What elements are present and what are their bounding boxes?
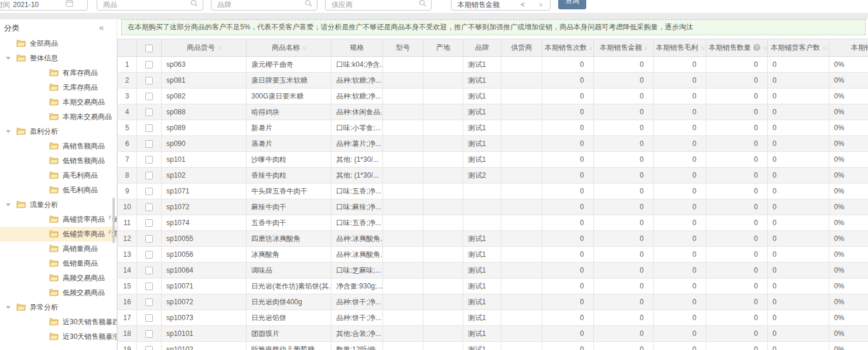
row-checkbox[interactable] xyxy=(145,93,153,100)
row-checkbox[interactable] xyxy=(145,188,153,195)
sort-icons[interactable]: ↑↓ xyxy=(217,45,221,51)
sort-desc-icon[interactable]: ↓ xyxy=(589,45,592,51)
cell-gross_profit: 0 xyxy=(654,73,706,89)
sidebar-item-3[interactable]: 无库存商品 xyxy=(0,80,117,95)
sort-icons[interactable]: ↑↓ xyxy=(763,45,766,51)
time-filter-label: 时间 xyxy=(0,1,10,9)
folder-icon xyxy=(49,142,59,149)
row-index: 3 xyxy=(118,89,137,104)
row-index: 10 xyxy=(118,199,137,215)
sidebar-item-label: 高频交易商品 xyxy=(63,274,105,282)
time-filter[interactable]: 时间2021-10 xyxy=(0,0,88,11)
help-icon[interactable]: ? xyxy=(753,44,760,51)
sidebar-item-label: 有库存商品 xyxy=(63,69,98,77)
cell-brand: 测试1 xyxy=(463,73,501,89)
sidebar-scrollbar-thumb[interactable] xyxy=(112,198,115,243)
column-header-rate[interactable]: 本期铺货率↑↓ xyxy=(829,39,868,57)
column-header-gross_profit[interactable]: 本期销售毛利↑↓ xyxy=(654,39,706,57)
sidebar-item-0[interactable]: 全部商品 xyxy=(0,36,117,51)
row-checkbox[interactable] xyxy=(145,267,153,274)
sidebar-item-7[interactable]: 高销售额商品 xyxy=(0,139,117,154)
row-index: 9 xyxy=(118,184,137,199)
row-checkbox[interactable] xyxy=(145,156,153,164)
row-checkbox[interactable] xyxy=(145,140,153,148)
sidebar-item-11[interactable]: 流量分析 xyxy=(0,198,117,212)
sidebar-item-15[interactable]: 低销量商品 xyxy=(0,256,117,271)
row-checkbox[interactable] xyxy=(145,203,153,211)
column-header-code[interactable]: 商品货号↑↓ xyxy=(162,39,247,57)
sidebar-item-1[interactable]: 整体信息 xyxy=(0,51,117,66)
sidebar-item-18[interactable]: 异常分析 xyxy=(0,300,117,315)
row-index: 4 xyxy=(118,104,137,120)
row-checkbox-cell xyxy=(137,73,162,89)
column-header-customer_count[interactable]: 本期铺货客户数↑↓ xyxy=(768,39,829,57)
row-checkbox[interactable] xyxy=(145,314,153,322)
row-checkbox[interactable] xyxy=(145,219,153,227)
sort-desc-icon[interactable]: ↓ xyxy=(644,45,647,51)
cell-name: 蒸暑片 xyxy=(247,136,332,152)
sidebar-item-10[interactable]: 低毛利商品 xyxy=(0,183,117,198)
expand-arrow-icon[interactable] xyxy=(6,203,11,206)
cell-gross_profit: 0 xyxy=(654,57,706,73)
cell-sales_count: 0 xyxy=(542,168,594,184)
sidebar-item-20[interactable]: 近30天销售额暴涨商品 xyxy=(0,329,117,344)
row-checkbox[interactable] xyxy=(145,61,153,69)
expand-arrow-icon[interactable] xyxy=(6,57,11,60)
brand-search-input[interactable] xyxy=(211,0,293,10)
sidebar-item-9[interactable]: 高毛利商品 xyxy=(0,168,117,183)
select-all-checkbox[interactable] xyxy=(145,45,153,52)
expand-arrow-icon[interactable] xyxy=(6,130,11,133)
filter-bar: 时间2021-10 本期销售金额 < ∨ 查询 xyxy=(0,0,868,13)
query-button[interactable]: 查询 xyxy=(558,0,586,9)
sidebar-item-6[interactable]: 盈利分析 xyxy=(0,124,117,139)
sort-icons[interactable]: ↑↓ xyxy=(700,45,704,51)
cell-rate: 0% xyxy=(829,168,868,184)
sidebar-item-16[interactable]: 高频交易商品 xyxy=(0,271,117,286)
row-checkbox[interactable] xyxy=(145,77,153,84)
sort-icons[interactable]: ↑↓ xyxy=(302,45,306,51)
expand-arrow-icon[interactable] xyxy=(6,306,11,309)
row-index: 16 xyxy=(118,294,137,310)
row-index: 11 xyxy=(118,215,137,231)
cell-sales_qty: 0 xyxy=(706,168,768,184)
sidebar-item-8[interactable]: 低销售额商品 xyxy=(0,154,117,168)
row-checkbox[interactable] xyxy=(145,283,153,290)
row-checkbox[interactable] xyxy=(145,298,153,306)
column-label: 商品货号 xyxy=(187,43,215,52)
cell-sales_qty: 0 xyxy=(706,136,768,152)
column-header-sales_count[interactable]: 本期销售次数↓ xyxy=(542,39,594,57)
chevron-down-icon[interactable]: ∨ xyxy=(539,0,543,16)
cell-supplier xyxy=(501,168,542,184)
row-checkbox[interactable] xyxy=(145,251,153,259)
collapse-sidebar-icon[interactable]: « xyxy=(99,19,104,36)
row-checkbox[interactable] xyxy=(145,330,153,338)
cell-code: sp1074 xyxy=(162,215,247,231)
sidebar-item-14[interactable]: 高销量商品 xyxy=(0,242,117,256)
cell-spec: 口味:小零食;... xyxy=(332,120,383,136)
row-checkbox[interactable] xyxy=(145,172,153,179)
sidebar-item-19[interactable]: 近30天销售额暴跌商品 xyxy=(0,315,117,329)
sidebar-item-4[interactable]: 本期交易商品 xyxy=(0,95,117,110)
row-checkbox[interactable] xyxy=(145,108,153,116)
sidebar-item-12[interactable]: 高铺货率商品『畅销』 xyxy=(0,212,117,227)
sidebar-item-17[interactable]: 低频交易商品 xyxy=(0,286,117,300)
column-header-sales_qty[interactable]: 本期销售数量?↑↓ xyxy=(706,39,768,57)
cell-origin xyxy=(423,152,463,168)
cell-sales_qty: 0 xyxy=(706,199,768,215)
product-search-input[interactable] xyxy=(97,0,179,10)
sort-icons[interactable]: ↑↓ xyxy=(822,45,826,51)
supplier-filter xyxy=(325,0,432,11)
column-header-name[interactable]: 商品名称↑↓ xyxy=(247,39,332,57)
row-checkbox[interactable] xyxy=(145,235,153,243)
metric-operator[interactable]: < xyxy=(521,0,525,16)
metric-filter-select[interactable]: 本期销售金额 < ∨ xyxy=(451,0,551,11)
row-checkbox[interactable] xyxy=(145,124,153,132)
cell-model xyxy=(383,278,423,294)
sidebar-item-13[interactable]: 低铺货率商品『滞销』 xyxy=(0,227,117,242)
folder-icon xyxy=(49,230,59,237)
column-header-sales_amount[interactable]: 本期销售金额↓ xyxy=(594,39,654,57)
sidebar-item-2[interactable]: 有库存商品 xyxy=(0,66,117,80)
sidebar-item-5[interactable]: 本期未交易商品 xyxy=(0,110,117,124)
row-checkbox[interactable] xyxy=(145,346,153,350)
supplier-search-input[interactable] xyxy=(326,0,408,10)
